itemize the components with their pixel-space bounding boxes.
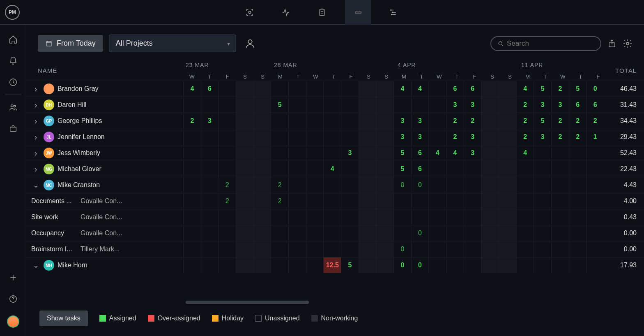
workload-cell[interactable] [288, 81, 306, 97]
workload-cell[interactable] [218, 129, 236, 145]
workload-cell[interactable]: 3 [551, 97, 569, 113]
workload-cell[interactable] [323, 193, 341, 209]
resize-grip[interactable]: ⋮⋮ [183, 171, 184, 174]
workload-cell[interactable] [201, 209, 218, 225]
workload-cell[interactable] [359, 257, 376, 273]
show-tasks-button[interactable]: Show tasks [39, 311, 88, 326]
workload-cell[interactable] [569, 209, 586, 225]
workload-cell[interactable]: 3 [201, 113, 218, 129]
workload-cell[interactable] [481, 257, 499, 273]
workload-cell[interactable] [551, 193, 569, 209]
workload-cell[interactable]: 6 [569, 97, 586, 113]
person-row[interactable]: ›MGMichael Glover [26, 161, 183, 177]
workload-cell[interactable]: 6 [411, 161, 429, 177]
workload-cell[interactable] [271, 129, 288, 145]
workload-cell[interactable] [376, 193, 393, 209]
workload-cell[interactable]: 2 [551, 129, 569, 145]
workload-cell[interactable]: 6 [586, 97, 604, 113]
workload-cell[interactable] [341, 241, 359, 257]
workload-cell[interactable] [218, 257, 236, 273]
workload-cell[interactable] [183, 193, 201, 209]
workload-cell[interactable] [516, 209, 534, 225]
workload-cell[interactable]: 4 [323, 161, 341, 177]
workload-cell[interactable] [253, 241, 271, 257]
workload-cell[interactable]: 5 [569, 81, 586, 97]
workload-cell[interactable] [569, 193, 586, 209]
workload-cell[interactable]: 1 [586, 129, 604, 145]
workload-cell[interactable] [376, 209, 393, 225]
workload-cell[interactable] [534, 225, 551, 241]
workload-cell[interactable]: 0 [393, 257, 411, 273]
workload-cell[interactable] [464, 257, 481, 273]
workload-cell[interactable] [183, 161, 201, 177]
workload-cell[interactable]: 4 [393, 81, 411, 97]
workload-cell[interactable]: 5 [534, 113, 551, 129]
workload-cell[interactable] [376, 129, 393, 145]
workload-cell[interactable] [236, 97, 253, 113]
workload-cell[interactable]: 6 [446, 81, 464, 97]
workload-cell[interactable]: 2 [569, 113, 586, 129]
workload-cell[interactable] [481, 241, 499, 257]
workload-cell[interactable] [534, 161, 551, 177]
workload-cell[interactable] [569, 161, 586, 177]
workload-cell[interactable] [586, 209, 604, 225]
workload-cell[interactable]: 4 [428, 145, 446, 161]
workload-cell[interactable] [569, 145, 586, 161]
workload-cell[interactable] [323, 81, 341, 97]
workload-cell[interactable] [499, 113, 516, 129]
workload-cell[interactable] [376, 177, 393, 193]
workload-cell[interactable] [271, 81, 288, 97]
workload-cell[interactable] [236, 193, 253, 209]
workload-cell[interactable] [446, 177, 464, 193]
workload-cell[interactable] [428, 113, 446, 129]
workload-cell[interactable] [446, 161, 464, 177]
workload-cell[interactable] [481, 193, 499, 209]
workload-cell[interactable] [551, 209, 569, 225]
workload-cell[interactable]: 5 [393, 145, 411, 161]
search-input[interactable] [507, 39, 594, 48]
workload-cell[interactable] [359, 177, 376, 193]
workload-cell[interactable] [288, 241, 306, 257]
workload-cell[interactable] [183, 145, 201, 161]
workload-cell[interactable] [499, 257, 516, 273]
workload-cell[interactable] [464, 177, 481, 193]
workload-cell[interactable] [428, 225, 446, 241]
workload-cell[interactable] [306, 241, 324, 257]
workload-cell[interactable] [201, 129, 218, 145]
workload-cell[interactable] [499, 225, 516, 241]
workload-cell[interactable] [428, 177, 446, 193]
workload-cell[interactable] [481, 225, 499, 241]
workload-cell[interactable]: 2 [446, 113, 464, 129]
workload-cell[interactable] [306, 257, 324, 273]
workload-cell[interactable] [236, 129, 253, 145]
workload-cell[interactable]: 4 [183, 81, 201, 97]
person-row[interactable]: ⌄MCMike Cranston [26, 177, 183, 193]
workload-cell[interactable]: 4 [516, 145, 534, 161]
workload-cell[interactable]: 3 [393, 113, 411, 129]
projects-select[interactable]: All Projects [109, 35, 236, 52]
workload-cell[interactable] [516, 225, 534, 241]
user-avatar[interactable] [7, 315, 19, 328]
chevron-right-icon[interactable]: › [31, 116, 40, 126]
workload-cell[interactable] [306, 209, 324, 225]
workload-cell[interactable] [288, 161, 306, 177]
workload-cell[interactable] [516, 241, 534, 257]
workload-cell[interactable]: 3 [534, 129, 551, 145]
workload-cell[interactable] [411, 209, 429, 225]
workload-cell[interactable]: 2 [551, 81, 569, 97]
workload-cell[interactable] [236, 177, 253, 193]
workload-cell[interactable] [446, 241, 464, 257]
workload-cell[interactable] [218, 145, 236, 161]
workload-cell[interactable] [586, 177, 604, 193]
workload-cell[interactable]: 2 [569, 129, 586, 145]
workload-cell[interactable] [253, 225, 271, 241]
workload-cell[interactable] [253, 177, 271, 193]
workload-cell[interactable] [183, 129, 201, 145]
workload-cell[interactable] [183, 225, 201, 241]
workload-cell[interactable] [516, 177, 534, 193]
workload-cell[interactable] [218, 81, 236, 97]
workload-cell[interactable] [201, 257, 218, 273]
workload-cell[interactable]: 5 [393, 161, 411, 177]
workload-cell[interactable]: 0 [411, 257, 429, 273]
workload-cell[interactable] [446, 257, 464, 273]
